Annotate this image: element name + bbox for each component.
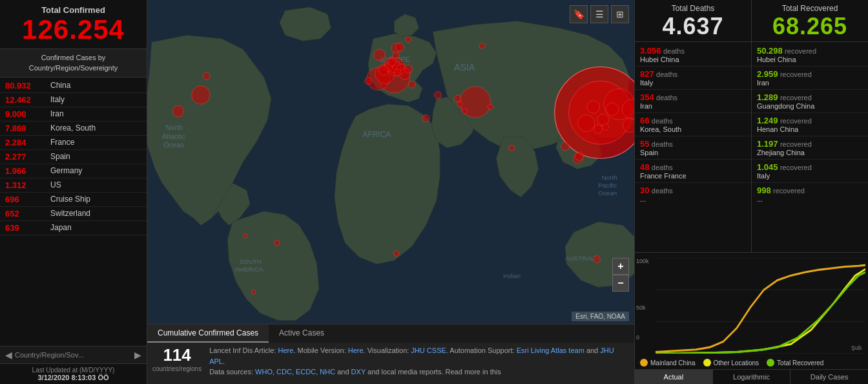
list-item[interactable]: 827 deathsItaly (635, 67, 751, 90)
chart-panel: 100k 50k 0 Şub (634, 252, 868, 384)
list-item[interactable]: 1.197 recoveredZhejiang China (752, 136, 868, 160)
death-country: Korea, South (640, 125, 746, 133)
svg-text:SOUTH: SOUTH (240, 258, 262, 265)
list-item[interactable]: 66 deathsKorea, South (635, 113, 751, 136)
legend-label-other-locations: Other Locations (714, 359, 760, 367)
svg-point-49 (462, 109, 468, 114)
recovered-count: 1.045 (757, 162, 778, 172)
map-tabs: Cumulative Confirmed Cases Active Cases (147, 325, 634, 343)
list-item[interactable]: 639Japan (0, 221, 147, 235)
total-confirmed-value: 126.254 (6, 15, 140, 45)
mobile-here-link[interactable]: Here (348, 347, 364, 354)
death-label: deaths (663, 47, 685, 55)
recovered-label: recovered (780, 70, 812, 78)
recovered-list[interactable]: 50.298 recoveredHubei China2.959 recover… (752, 42, 868, 252)
tab-cumulative[interactable]: Cumulative Confirmed Cases (147, 325, 269, 343)
recovered-label: recovered (780, 117, 812, 125)
map-area[interactable]: AFRICA ASIA EUROPE North Atlantic Ocean … (147, 0, 634, 324)
recovered-count: 2.959 (757, 69, 778, 79)
recovered-panel: Total Recovered 68.265 50.298 recoveredH… (751, 0, 868, 252)
country-name: China (50, 81, 70, 90)
list-item[interactable]: 48 deathsFrance France (635, 160, 751, 183)
list-item[interactable]: 50.298 recoveredHubei China (752, 43, 868, 67)
list-item[interactable]: 30 deaths... (635, 183, 751, 206)
svg-point-61 (488, 104, 493, 110)
deaths-list[interactable]: 3.056 deathsHubei China827 deathsItaly35… (635, 42, 751, 252)
recovered-country: Zhejiang China (757, 149, 863, 156)
chart-tab-logarithmic[interactable]: Logarithmic (713, 370, 791, 384)
list-item[interactable]: 1.312US (0, 178, 147, 193)
zoom-out-button[interactable]: − (612, 275, 629, 292)
svg-text:Indian: Indian (503, 272, 521, 279)
death-label: deaths (652, 187, 673, 195)
list-item[interactable]: 2.284France (0, 136, 147, 150)
dxy-link[interactable]: DXY (351, 368, 366, 376)
grid-button[interactable]: ⊞ (611, 5, 629, 23)
left-panel: Total Confirmed 126.254 Confirmed Cases … (0, 0, 147, 384)
list-button[interactable]: ☰ (590, 5, 608, 23)
recovered-country: Henan China (757, 125, 863, 133)
country-count: 652 (5, 209, 50, 219)
deaths-title: Total Deaths (640, 4, 746, 13)
info-text: Lancet Inf Dis Article: Here. Mobile Ver… (209, 345, 629, 378)
death-country: ... (640, 195, 746, 203)
death-country: Italy (640, 79, 746, 87)
list-item[interactable]: 80.932China (0, 79, 147, 93)
svg-text:Ocean: Ocean (163, 141, 184, 149)
nav-arrow-right[interactable]: ▶ (134, 350, 141, 360)
chart-area: 100k 50k 0 Şub (635, 253, 868, 356)
recovered-value: 68.265 (757, 13, 863, 40)
recovered-country: Italy (757, 172, 863, 180)
list-item[interactable]: 1.045 recoveredItaly (752, 160, 868, 183)
recovered-label: recovered (780, 140, 812, 148)
list-item[interactable]: 696Cruise Ship (0, 193, 147, 207)
chart-tab-daily-cases[interactable]: Daily Cases (790, 370, 868, 384)
zoom-in-button[interactable]: + (612, 258, 629, 275)
svg-point-23 (192, 86, 210, 104)
svg-point-58 (597, 114, 608, 125)
list-item[interactable]: 2.959 recoveredIran (752, 67, 868, 90)
country-count: 639 (5, 223, 50, 233)
list-item[interactable]: 55 deathsSpain (635, 136, 751, 160)
list-item[interactable]: 652Switzerland (0, 207, 147, 221)
svg-point-56 (578, 115, 595, 132)
list-item[interactable]: 2.277Spain (0, 150, 147, 164)
death-country: Spain (640, 149, 746, 156)
who-link[interactable]: WHO, CDC, ECDC, NHC (255, 368, 335, 376)
legend-label-mainland-china: Mainland China (650, 359, 696, 367)
chart-legend: Mainland China Other Locations Total Rec… (635, 356, 868, 369)
recovered-count: 50.298 (757, 46, 783, 56)
list-item[interactable]: 354 deathsIran (635, 90, 751, 113)
list-item[interactable]: 1.966Germany (0, 164, 147, 178)
nav-arrow-left[interactable]: ◀ (5, 350, 12, 360)
svg-text:Ocean: Ocean (598, 189, 617, 197)
svg-text:Pacific: Pacific (598, 182, 617, 189)
svg-text:ASIA: ASIA (454, 62, 475, 72)
svg-text:AFRICA: AFRICA (362, 130, 391, 139)
list-item[interactable]: 1.249 recoveredHenan China (752, 113, 868, 136)
svg-point-38 (594, 255, 601, 262)
jhu-csse-link[interactable]: JHU CSSE (411, 347, 446, 354)
country-list[interactable]: 80.932China12.462Italy9.000Iran7.869Kore… (0, 78, 147, 346)
recovered-count: 998 (757, 186, 771, 195)
list-item[interactable]: 7.869Korea, South (0, 122, 147, 136)
svg-point-64 (393, 251, 399, 257)
list-item[interactable]: 998 recovered... (752, 183, 868, 206)
bookmark-button[interactable]: 🔖 (570, 5, 588, 23)
chart-tab-actual[interactable]: Actual (635, 370, 713, 384)
death-label: deaths (656, 70, 677, 78)
list-item[interactable]: 3.056 deathsHubei China (635, 43, 751, 67)
esri-team-link[interactable]: Esri Living Atlas team (517, 347, 584, 354)
tab-active[interactable]: Active Cases (269, 325, 335, 343)
list-item[interactable]: 1.289 recoveredGuangdong China (752, 90, 868, 113)
recovered-count: 1.197 (757, 139, 778, 149)
country-name: Germany (50, 166, 82, 175)
svg-point-47 (396, 43, 404, 51)
list-item[interactable]: 9.000Iran (0, 107, 147, 122)
list-item[interactable]: 12.462Italy (0, 93, 147, 107)
country-count: 2.277 (5, 152, 50, 162)
death-count: 3.056 (640, 46, 661, 56)
article-here-link[interactable]: Here (278, 347, 294, 354)
svg-point-44 (422, 115, 429, 122)
legend-other-locations: Other Locations (703, 359, 760, 367)
